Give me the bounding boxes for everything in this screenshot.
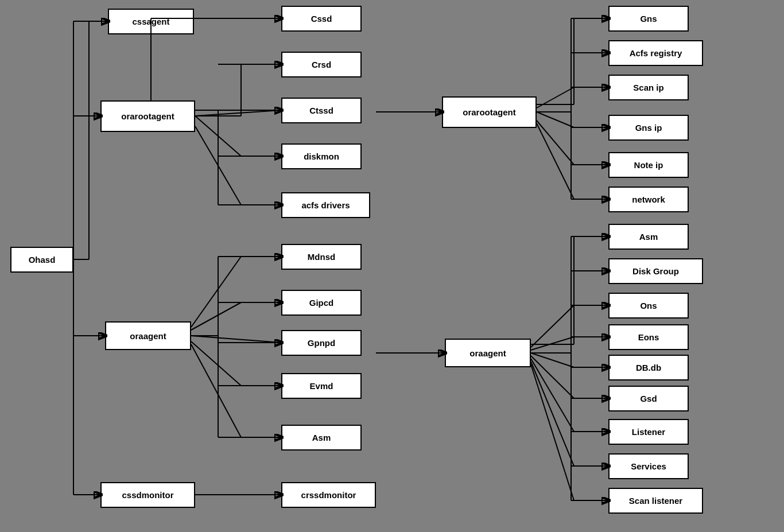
cssdmonitor-node: cssdmonitor bbox=[100, 482, 195, 508]
acfs-registry-node: Acfs registry bbox=[608, 40, 703, 66]
mdnsd-node: Mdnsd bbox=[281, 244, 362, 270]
diagram: Ohasd cssagent orarootagent oraagent css… bbox=[0, 0, 784, 532]
svg-line-27 bbox=[191, 344, 241, 437]
cssagent-node: cssagent bbox=[108, 9, 194, 34]
oraagent-left-node: oraagent bbox=[105, 321, 191, 350]
acfs-drivers-node: acfs drivers bbox=[281, 192, 370, 218]
svg-line-50 bbox=[531, 353, 574, 367]
svg-line-58 bbox=[531, 364, 574, 500]
ohasd-node: Ohasd bbox=[10, 247, 73, 273]
svg-line-36 bbox=[537, 112, 574, 127]
disk-group-node: Disk Group bbox=[608, 258, 703, 284]
gsd-node: Gsd bbox=[608, 386, 689, 411]
listener-node: Listener bbox=[608, 419, 689, 445]
asm-right-node: Asm bbox=[608, 224, 689, 250]
evmd-node: Evmd bbox=[281, 373, 362, 399]
services-node: Services bbox=[608, 453, 689, 479]
svg-line-56 bbox=[531, 362, 574, 466]
asm-left-node: Asm bbox=[281, 425, 362, 451]
svg-line-54 bbox=[531, 359, 574, 432]
svg-line-15 bbox=[195, 110, 281, 116]
svg-line-40 bbox=[537, 123, 574, 199]
orarootagent-left-node: orarootagent bbox=[100, 100, 195, 132]
svg-line-18 bbox=[195, 126, 241, 205]
db-db-node: DB.db bbox=[608, 355, 689, 380]
svg-line-22 bbox=[191, 302, 241, 330]
crsd-node: Crsd bbox=[281, 52, 362, 77]
svg-line-48 bbox=[531, 337, 574, 350]
orarootagent-right-node: orarootagent bbox=[442, 96, 537, 128]
svg-line-16 bbox=[195, 116, 241, 156]
gns-node: Gns bbox=[608, 6, 689, 32]
svg-line-24 bbox=[191, 336, 281, 343]
ons-node: Ons bbox=[608, 293, 689, 319]
svg-line-38 bbox=[537, 121, 574, 165]
diskmon-node: diskmon bbox=[281, 143, 362, 169]
note-ip-node: Note ip bbox=[608, 152, 689, 178]
eons-node: Eons bbox=[608, 324, 689, 350]
network-node: network bbox=[608, 187, 689, 212]
crssdmonitor-node: crssdmonitor bbox=[281, 482, 376, 508]
gipcd-node: Gipcd bbox=[281, 290, 362, 316]
cssd-node: Cssd bbox=[281, 6, 362, 32]
svg-line-46 bbox=[531, 305, 574, 347]
ctssd-node: Ctssd bbox=[281, 98, 362, 123]
scan-ip-node: Scan ip bbox=[608, 75, 689, 100]
scan-listener-node: Scan listener bbox=[608, 488, 703, 514]
gns-ip-node: Gns ip bbox=[608, 115, 689, 141]
svg-line-20 bbox=[191, 257, 241, 327]
oraagent-right-node: oraagent bbox=[445, 339, 531, 367]
svg-line-52 bbox=[531, 356, 574, 398]
svg-line-34 bbox=[537, 87, 574, 108]
gpnpd-node: Gpnpd bbox=[281, 330, 362, 356]
svg-line-25 bbox=[191, 341, 241, 386]
